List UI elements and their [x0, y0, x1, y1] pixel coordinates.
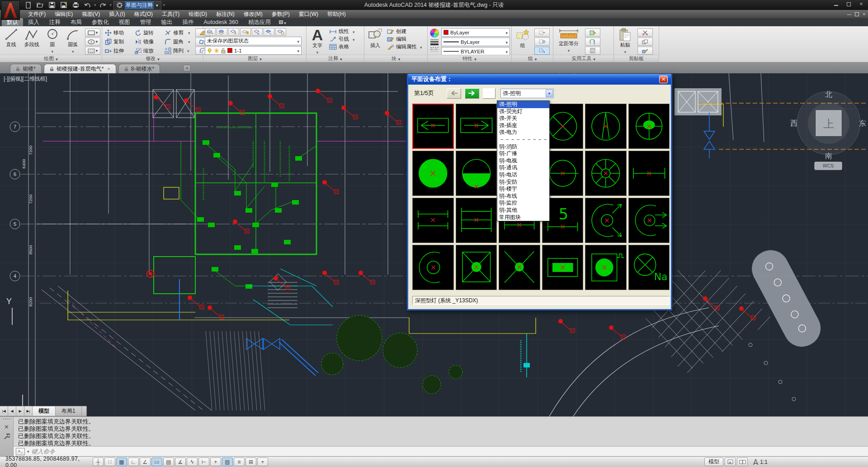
file-tab-qunlou-shui[interactable]: 8-裙楼水*	[118, 64, 160, 73]
cut-icon[interactable]	[637, 29, 653, 37]
menu-parametric[interactable]: 参数(P)	[267, 10, 294, 18]
stretch-tool[interactable]: 拉伸	[104, 46, 133, 55]
category-combo[interactable]: 强-照明 ▼	[500, 89, 554, 98]
block-thumb-spoke-wheel[interactable]	[585, 151, 627, 196]
menu-format[interactable]: 格式(O)	[130, 10, 157, 18]
copy-clip-icon[interactable]	[637, 38, 653, 46]
layer-isolate-icon[interactable]	[252, 28, 263, 36]
list-item[interactable]: 强-开关	[497, 115, 549, 122]
quick-calc-icon[interactable]	[585, 38, 600, 46]
list-item[interactable]: 强-荧光灯	[497, 108, 549, 115]
list-item[interactable]: 弱-消防	[497, 143, 549, 151]
ribbon-tab-manage[interactable]: 管理	[135, 18, 156, 26]
wcs-button[interactable]: WCS	[823, 163, 834, 168]
lineweight-toggle[interactable]: +	[210, 457, 221, 466]
layer-combo[interactable]: 1-1	[205, 46, 302, 55]
array-tool[interactable]: 阵列	[163, 46, 193, 55]
block-thumb-ibeam-2[interactable]	[412, 198, 454, 243]
list-item[interactable]: 弱-楼宇	[497, 186, 549, 193]
block-thumb-arc-right-arrows[interactable]	[628, 198, 670, 243]
match-properties-icon[interactable]	[637, 47, 653, 55]
annotation-monitor-toggle[interactable]: +	[257, 457, 268, 466]
calculator-icon[interactable]	[585, 47, 600, 55]
layer-state-icon[interactable]	[217, 28, 227, 36]
block-thumb-half-filled-circle[interactable]	[456, 151, 497, 196]
tab-model[interactable]: 模型	[33, 406, 56, 416]
file-tab-active[interactable]: 裙楼报建-首层电气*×	[44, 64, 116, 73]
ellipse-tool[interactable]	[85, 38, 100, 46]
lineweight-icon[interactable]	[430, 39, 439, 45]
layer-match-icon[interactable]	[275, 28, 286, 36]
ribbon-tab-featured[interactable]: 精选应用	[243, 18, 276, 26]
ribbon-tab-plugins[interactable]: 插件	[178, 18, 199, 26]
list-item[interactable]: 强-电力	[497, 129, 549, 136]
polar-toggle[interactable]: ∠	[140, 457, 151, 466]
group-edit-icon[interactable]	[534, 38, 550, 46]
block-thumb-box-x-filled[interactable]	[456, 245, 497, 290]
file-tab-qunlou[interactable]: 裙楼*	[10, 64, 42, 73]
view-label[interactable]: [-][俯视][二维线框]	[4, 76, 47, 82]
ribbon-tab-insert[interactable]: 插入	[23, 18, 44, 26]
restore-button[interactable]	[845, 1, 852, 7]
lineweight-combo[interactable]: ByLayer	[441, 38, 510, 46]
prev-page-button[interactable]	[447, 88, 461, 99]
layer-unisolate-icon[interactable]	[264, 28, 274, 36]
last-layout-icon[interactable]: ▶|	[24, 406, 33, 416]
osnap3d-toggle[interactable]: ▤	[163, 457, 174, 466]
panel-label-clipboard[interactable]: 剪贴板	[614, 55, 659, 62]
linetype-icon[interactable]	[430, 47, 439, 52]
ungroup-icon[interactable]	[534, 29, 550, 37]
list-item[interactable]: 强-插座	[497, 122, 549, 129]
block-thumb-circle-x-filled[interactable]	[628, 104, 670, 149]
trim-tool[interactable]: 修剪	[163, 28, 193, 37]
block-thumb-hline-ticks[interactable]	[628, 151, 670, 196]
close-button[interactable]: ×	[858, 1, 864, 7]
ribbon-display-toggle-icon[interactable]	[276, 18, 289, 26]
menu-window[interactable]: 窗口(W)	[294, 10, 323, 18]
otrack-toggle[interactable]: ∡	[175, 457, 186, 466]
menu-draw[interactable]: 绘图(D)	[184, 10, 212, 18]
copy-tool[interactable]: 复制	[104, 37, 133, 46]
panel-label-draw[interactable]: 绘图	[0, 55, 102, 62]
minimize-button[interactable]	[833, 1, 839, 7]
menu-insert[interactable]: 插入(I)	[104, 10, 129, 18]
menu-dimension[interactable]: 标注(N)	[212, 10, 239, 18]
snap-toggle[interactable]: ∷	[104, 457, 115, 466]
command-input-placeholder[interactable]: 键入命令	[32, 448, 55, 456]
ribbon-tab-annotate[interactable]: 注释	[44, 18, 66, 26]
compass-west[interactable]: 西	[790, 119, 797, 127]
dimension-linear-tool[interactable]: 线性	[328, 28, 355, 35]
selection-cycling-toggle[interactable]: ⊞	[245, 457, 256, 466]
block-thumb-arc-circle[interactable]	[412, 245, 454, 290]
tab-close-icon[interactable]: ×	[107, 66, 110, 71]
first-layout-icon[interactable]: |◀	[0, 406, 8, 416]
line-tool[interactable]: 直线	[1, 27, 21, 54]
block-thumb-x-filled[interactable]	[499, 245, 540, 290]
tab-layout1[interactable]: 布局1	[56, 406, 82, 416]
block-thumb-rect-filled[interactable]	[542, 245, 584, 290]
layer-properties-icon[interactable]	[205, 28, 216, 36]
doc-window-controls[interactable]: —×	[847, 12, 868, 17]
block-thumb-arc-diag-arrows[interactable]	[585, 198, 627, 243]
menu-help[interactable]: 帮助(H)	[323, 10, 350, 18]
dialog-title-bar[interactable]: 平面设备布置： ✕	[408, 74, 671, 85]
list-item[interactable]: 弱-广播	[497, 150, 549, 157]
compass-north[interactable]: 北	[825, 91, 832, 98]
layer-lock-icon[interactable]	[240, 28, 251, 36]
quick-select-icon[interactable]	[585, 29, 600, 37]
infer-constraints-toggle[interactable]: ┼	[93, 457, 104, 466]
list-item[interactable]: 弱-布线	[497, 193, 549, 200]
menu-tools[interactable]: 工具(T)	[157, 10, 184, 18]
arc-tool[interactable]: 圆弧	[63, 27, 83, 54]
command-drag-grip[interactable]	[3, 418, 11, 420]
command-customize-icon[interactable]	[3, 434, 10, 440]
ribbon-tab-layout[interactable]: 布局	[66, 18, 87, 26]
color-wheel-icon[interactable]	[430, 29, 439, 38]
menu-view[interactable]: 视图(V)	[77, 10, 104, 18]
create-block-tool[interactable]: 创建	[386, 28, 422, 35]
combo-arrow-icon[interactable]: ▼	[546, 90, 553, 97]
next-layout-icon[interactable]: ▶	[16, 406, 24, 416]
dyn-input-toggle[interactable]: ⊢	[198, 457, 209, 466]
edit-attributes-tool[interactable]: 编辑属性	[386, 43, 422, 50]
command-input-row[interactable]: >_ 键入命令	[14, 446, 868, 456]
